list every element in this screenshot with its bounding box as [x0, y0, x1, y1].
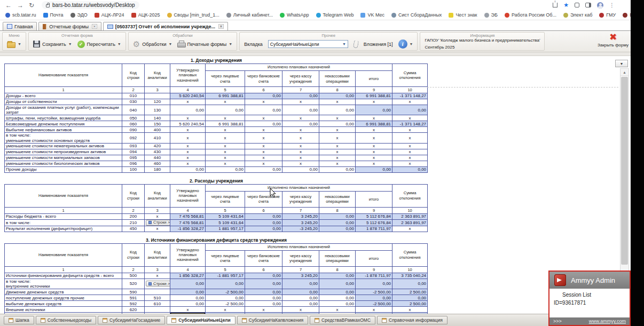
- bookmark-star-icon[interactable]: ★: [563, 2, 569, 9]
- grid-cell[interactable]: 0,00: [282, 93, 319, 99]
- bookmark-item[interactable]: Telegram Web: [316, 12, 354, 18]
- grid-cell[interactable]: 0,00: [170, 166, 206, 172]
- vertical-scrollbar[interactable]: ▲: [620, 68, 629, 272]
- grid-cell[interactable]: 0,00: [170, 105, 206, 115]
- grid-cell[interactable]: -2 500,00: [356, 301, 392, 307]
- grid-cell[interactable]: 0,00: [319, 273, 356, 279]
- grid-cell[interactable]: 0,00: [319, 279, 356, 289]
- sheet-tab-Справочная информация[interactable]: Справочная информация: [377, 316, 447, 324]
- grid-cell[interactable]: -2 500,00: [206, 289, 245, 295]
- bookmark-item[interactable]: ГМУ: [599, 12, 616, 18]
- side-panel-icon[interactable]: [585, 3, 591, 7]
- grid-cell[interactable]: 5 109 431,64: [206, 213, 245, 219]
- grid-cell[interactable]: 0,00: [245, 226, 282, 232]
- grid-cell[interactable]: 0,00: [282, 279, 319, 289]
- bookmark-item[interactable]: ЭДО: [70, 12, 88, 18]
- grid-cell[interactable]: -3 245,20: [282, 226, 319, 232]
- bookmark-item[interactable]: Почта: [43, 12, 64, 18]
- grid-cell[interactable]: 3 245,20: [282, 213, 319, 219]
- grid-cell[interactable]: 7 476 568,81: [170, 219, 206, 226]
- bookmark-item[interactable]: Личный кабинет...: [226, 12, 273, 18]
- tab-report-forms[interactable]: Отчетные формы ✕: [38, 22, 101, 30]
- menu-button[interactable]: ▼: [7, 41, 21, 48]
- grid-cell[interactable]: 0,00: [392, 279, 428, 289]
- bookmark-item[interactable]: VK Мес: [360, 12, 384, 18]
- grid-cell[interactable]: 3 735 040,24: [392, 273, 428, 279]
- bookmark-item[interactable]: Чест знак: [449, 12, 477, 18]
- browser-menu-icon[interactable]: ⋮: [609, 2, 615, 8]
- grid-cell[interactable]: 0,00: [170, 289, 206, 295]
- sheet-tab-Собственныедоходы[interactable]: Собственныедоходы: [36, 316, 96, 324]
- grid-cell[interactable]: 0,00: [206, 105, 245, 115]
- ammyy-admin-window[interactable]: Ammyy Admin Session List ID=93617871 >>>…: [548, 271, 631, 326]
- bookmark-item[interactable]: Работа России Об...: [505, 12, 556, 18]
- grid-cell[interactable]: 0,00: [282, 289, 319, 295]
- grid-cell[interactable]: 2 500,00: [392, 289, 428, 295]
- rows-expand-button[interactable]: Строки >>: [146, 220, 170, 226]
- grid-cell[interactable]: -2 500,00: [356, 289, 392, 295]
- reload-icon[interactable]: ↻: [29, 2, 34, 9]
- profile-avatar[interactable]: [597, 2, 603, 9]
- bookmark-item[interactable]: АЦК-ЛР24: [95, 12, 124, 18]
- grid-cell[interactable]: 0,00: [206, 295, 245, 301]
- bookmark-item[interactable]: Сист СбораДанных: [391, 12, 442, 18]
- grid-cell[interactable]: 0,00: [319, 301, 356, 307]
- grid-cell[interactable]: -1 371 148,27: [392, 93, 428, 99]
- grid-cell[interactable]: 0,00: [245, 93, 282, 99]
- back-icon[interactable]: ←: [5, 2, 12, 9]
- grid-cell[interactable]: 0,00: [319, 226, 356, 232]
- tab-form-0503737[interactable]: [0503737] Отчёт об исполнении учрежде...…: [103, 22, 228, 30]
- url-field[interactable]: bars-bo.tatar.ru/websvody/Desktop: [42, 1, 139, 9]
- grid-cell[interactable]: 0,00: [319, 289, 356, 295]
- bookmark-item[interactable]: АЦК-2025: [131, 12, 160, 18]
- tab-home[interactable]: Главная: [3, 22, 37, 30]
- grid-cell[interactable]: 0,00: [170, 295, 206, 301]
- grid-cell[interactable]: 0,00: [206, 279, 245, 289]
- grid-cell[interactable]: 0,00: [319, 105, 356, 115]
- grid-cell[interactable]: 0,00: [170, 279, 206, 289]
- grid-cell[interactable]: 5 620 240,54: [170, 93, 206, 99]
- paperclip-icon[interactable]: [353, 40, 359, 48]
- ammyy-titlebar[interactable]: Ammyy Admin: [549, 272, 630, 289]
- grid-cell[interactable]: 0,00: [356, 105, 392, 115]
- grid-cell[interactable]: 0,00: [282, 301, 319, 307]
- processing-button[interactable]: ⚙ Обработки ▼: [133, 40, 172, 48]
- extensions-icon[interactable]: [575, 3, 579, 7]
- grid-cell[interactable]: -2 500,00: [206, 301, 245, 307]
- save-button[interactable]: Сохранить ▼: [33, 41, 72, 47]
- print-forms-button[interactable]: Печатные формы ▼: [177, 41, 232, 47]
- grid-cell[interactable]: 3 245,20: [282, 273, 319, 279]
- forward-icon[interactable]: →: [17, 2, 23, 9]
- grid-cell[interactable]: -1 856 328,27: [170, 226, 206, 232]
- grid-cell[interactable]: 0,00: [245, 289, 282, 295]
- grid-cell[interactable]: 5 112 676,84: [356, 219, 392, 226]
- grid-cell[interactable]: 0,00: [245, 219, 282, 226]
- grid-cell[interactable]: 2 363 891,97: [392, 213, 428, 219]
- grid-cell[interactable]: 2 363 891,97: [392, 219, 428, 226]
- scrollbar-thumb[interactable]: [621, 77, 628, 265]
- tab-select[interactable]: СубсидииНаИныеЦели ▼: [268, 40, 348, 48]
- grid-cell[interactable]: 0,00: [356, 295, 392, 301]
- content-dropdown[interactable]: ▼: [615, 60, 628, 67]
- grid-cell[interactable]: 0,00: [206, 166, 245, 172]
- grid-cell[interactable]: 0,00: [282, 121, 319, 127]
- close-tab-icon[interactable]: ✕: [92, 24, 97, 29]
- grid-cell[interactable]: 5 620 240,54: [170, 121, 206, 127]
- grid-cell[interactable]: 0,00: [282, 105, 319, 115]
- close-tab-icon[interactable]: ✕: [218, 24, 224, 29]
- grid-cell[interactable]: -1 371 148,27: [392, 121, 428, 127]
- grid-cell[interactable]: 0,00: [319, 121, 356, 127]
- grid-cell[interactable]: 0,00: [245, 301, 282, 307]
- sheet-tab-Шапка[interactable]: Шапка: [4, 316, 34, 324]
- grid-cell[interactable]: 1 878 711,97: [356, 226, 392, 232]
- grid-cell[interactable]: 0,00: [282, 166, 319, 172]
- grid-cell[interactable]: 0,00: [170, 301, 206, 307]
- grid-cell[interactable]: 7 476 568,81: [170, 213, 206, 219]
- grid-cell[interactable]: 3 245,20: [282, 219, 319, 226]
- bookmark-item[interactable]: ЭБ: [484, 12, 498, 18]
- grid-cell[interactable]: -1 878 711,97: [356, 273, 392, 279]
- grid-cell[interactable]: 0,00: [319, 166, 356, 172]
- sheet-tab-СубсидииНаИныеЦели[interactable]: СубсидииНаИныеЦели: [167, 316, 235, 324]
- grid-cell[interactable]: 1 856 328,27: [170, 273, 206, 279]
- grid-cell[interactable]: 6 991 388,81: [356, 121, 392, 127]
